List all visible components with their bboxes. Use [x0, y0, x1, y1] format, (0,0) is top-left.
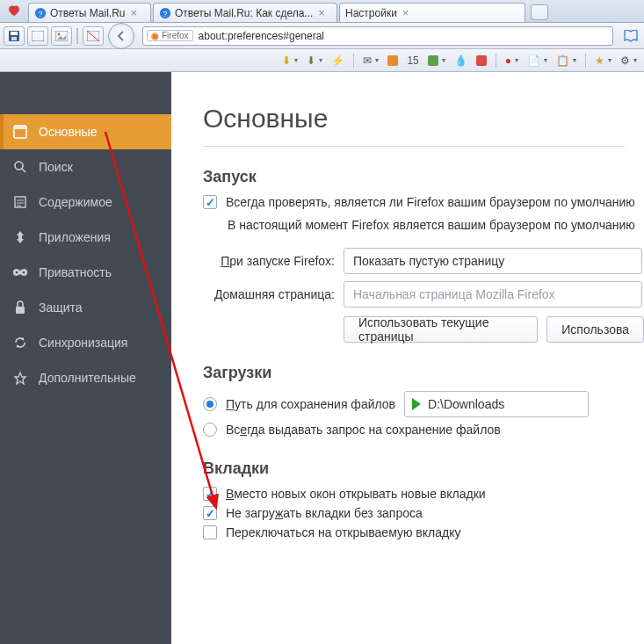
- tabs-opt1-row[interactable]: Вместо новых окон открывать новые вкладк…: [203, 487, 644, 501]
- on-start-select[interactable]: Показать пустую страницу: [344, 248, 642, 274]
- sync-icon: [12, 335, 28, 351]
- tab-2-label: Ответы Mail.Ru: Как сдела...: [175, 7, 313, 19]
- separator: [76, 28, 78, 44]
- save-to-row[interactable]: Путь для сохранения файлов D:\Downloads: [203, 391, 644, 417]
- checkbox-unchecked[interactable]: [203, 525, 217, 539]
- preferences-main: Основные Поиск Содержимое Приложения При…: [0, 72, 644, 644]
- sidebar-item-privacy[interactable]: Приватность: [0, 255, 171, 290]
- section-tabs: Вкладки: [203, 459, 644, 478]
- sidebar-label: Синхронизация: [39, 336, 127, 350]
- tabs-opt1-label: Вместо новых окон открывать новые вкладк…: [226, 487, 486, 501]
- play-icon: [412, 398, 421, 410]
- lightning-icon[interactable]: ⚡: [329, 54, 346, 67]
- no-image-icon[interactable]: [83, 26, 104, 46]
- tab-1[interactable]: ? Ответы Mail.Ru ×: [28, 3, 151, 22]
- tab-3[interactable]: Настройки ×: [339, 3, 525, 22]
- mailru-icon: ?: [159, 7, 171, 19]
- download-path[interactable]: D:\Downloads: [404, 391, 589, 417]
- close-icon[interactable]: ×: [130, 7, 137, 18]
- sidebar-label: Приватность: [39, 265, 112, 279]
- separator: [496, 54, 496, 68]
- sidebar-label: Основные: [39, 125, 97, 139]
- on-start-row: При запуске Firefox: Показать пустую стр…: [203, 248, 644, 274]
- use-current-button[interactable]: Использовать текущие страницы: [344, 316, 538, 343]
- preferences-sidebar: Основные Поиск Содержимое Приложения При…: [0, 72, 171, 644]
- page-title: Основные: [203, 104, 644, 134]
- homepage-input[interactable]: Начальная страница Mozilla Firefox: [344, 281, 642, 308]
- star-icon[interactable]: ★: [593, 54, 613, 67]
- drop-icon[interactable]: 💧: [452, 54, 469, 67]
- save-icon[interactable]: [4, 26, 25, 46]
- tabs-opt2-row[interactable]: Не загружать вкладки без запроса: [203, 506, 644, 520]
- use-bookmark-button[interactable]: Использова: [546, 316, 644, 343]
- app-favicon: [5, 2, 23, 19]
- svg-rect-5: [11, 32, 18, 35]
- new-tab-button[interactable]: [531, 4, 548, 20]
- sidebar-item-advanced[interactable]: Дополнительные: [0, 360, 171, 395]
- tab-1-label: Ответы Mail.Ru: [50, 7, 125, 19]
- close-icon[interactable]: ×: [402, 7, 409, 18]
- radio-off[interactable]: [203, 423, 217, 437]
- firefox-icon: ◉: [151, 31, 159, 40]
- nav-bar: ◉ Firefox about:preferences#general: [0, 23, 644, 49]
- badge-count[interactable]: 15: [405, 54, 420, 67]
- url-bar[interactable]: ◉ Firefox about:preferences#general: [142, 26, 613, 46]
- browser-tab-strip: ? Ответы Mail.Ru × ? Ответы Mail.Ru: Как…: [0, 0, 644, 23]
- always-check-label: Всегда проверять, является ли Firefox ва…: [226, 195, 635, 209]
- sidebar-item-search[interactable]: Поиск: [0, 149, 171, 185]
- radio-on[interactable]: [203, 397, 217, 411]
- sidebar-item-sync[interactable]: Синхронизация: [0, 325, 171, 360]
- sidebar-label: Приложения: [39, 230, 111, 244]
- svg-point-9: [58, 33, 61, 35]
- mailru-icon: ?: [34, 7, 47, 19]
- close-icon[interactable]: ×: [318, 7, 325, 18]
- svg-rect-7: [32, 31, 44, 41]
- divider: [203, 146, 625, 147]
- download-arrow-icon[interactable]: ⬇: [280, 54, 300, 67]
- always-ask-row[interactable]: Всегда выдавать запрос на сохранение фай…: [203, 423, 644, 437]
- separator: [585, 54, 586, 68]
- green-block-icon[interactable]: [426, 55, 447, 66]
- tabs-opt3-label: Переключаться на открываемую вкладку: [226, 525, 460, 539]
- svg-text:?: ?: [163, 9, 168, 18]
- lock-icon: [12, 300, 28, 315]
- svg-rect-13: [14, 126, 26, 129]
- sidebar-item-security[interactable]: Защита: [0, 290, 171, 325]
- svg-point-20: [16, 271, 18, 274]
- sidebar-item-content[interactable]: Содержимое: [0, 185, 171, 220]
- checkbox-checked[interactable]: [203, 195, 217, 209]
- default-browser-note: В настоящий момент Firefox является ваши…: [228, 218, 644, 232]
- checkbox-checked[interactable]: [203, 506, 217, 520]
- calendar-icon[interactable]: [474, 55, 488, 66]
- sidebar-item-apps[interactable]: Приложения: [0, 220, 171, 255]
- svg-rect-6: [11, 37, 17, 40]
- image-icon[interactable]: [51, 26, 72, 46]
- homepage-placeholder: Начальная страница Mozilla Firefox: [353, 287, 555, 301]
- tabs-opt2-label: Не загружать вкладки без запроса: [226, 506, 423, 520]
- folder-icon[interactable]: [27, 26, 48, 46]
- svg-point-14: [15, 162, 23, 170]
- gear-icon[interactable]: ⚙: [619, 54, 639, 67]
- search-icon: [12, 159, 28, 175]
- preferences-content: Основные Запуск Всегда проверять, являет…: [171, 72, 644, 644]
- svg-text:?: ?: [39, 9, 43, 18]
- clipboard-icon[interactable]: 📋: [554, 54, 578, 67]
- orange-block-icon[interactable]: [386, 55, 400, 66]
- reader-icon[interactable]: [621, 26, 640, 46]
- sidebar-label: Поиск: [39, 160, 73, 174]
- download-arrow2-icon[interactable]: ⬇: [305, 54, 324, 67]
- always-check-row[interactable]: Всегда проверять, является ли Firefox ва…: [203, 195, 644, 209]
- sidebar-item-general[interactable]: Основные: [0, 114, 171, 149]
- record-icon[interactable]: ●: [503, 54, 520, 67]
- back-button[interactable]: [108, 23, 134, 49]
- note-icon[interactable]: 📄: [525, 54, 549, 67]
- always-ask-label: Всегда выдавать запрос на сохранение фай…: [226, 423, 501, 437]
- tabs-opt3-row[interactable]: Переключаться на открываемую вкладку: [203, 525, 644, 539]
- sidebar-label: Дополнительные: [39, 371, 136, 385]
- identity-badge[interactable]: ◉ Firefox: [147, 30, 193, 41]
- on-start-value: Показать пустую страницу: [353, 254, 504, 268]
- svg-line-15: [22, 169, 25, 172]
- checkbox-checked[interactable]: [203, 487, 217, 501]
- mail-icon[interactable]: ✉: [361, 54, 380, 67]
- tab-2[interactable]: ? Ответы Mail.Ru: Как сдела... ×: [153, 3, 337, 22]
